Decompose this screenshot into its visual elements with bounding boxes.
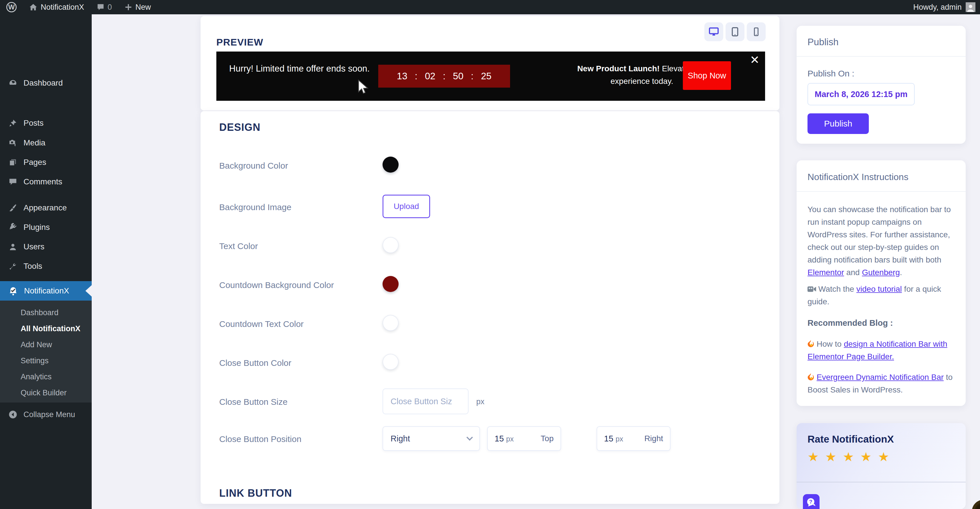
instructions-text: How to	[817, 339, 844, 349]
sidebar-item-plugins[interactable]: Plugins	[0, 217, 92, 237]
sidebar-item-users[interactable]: Users	[0, 237, 92, 257]
recommended-blog-heading: Recommended Blog :	[808, 318, 893, 328]
rate-title: Rate NotificationX	[808, 433, 894, 445]
sidebar-item-tools[interactable]: Tools	[0, 257, 92, 276]
help-button[interactable]: ?	[803, 494, 819, 509]
close-position-select[interactable]: Right	[383, 426, 480, 451]
collapse-menu-button[interactable]: Collapse Menu	[0, 406, 92, 423]
background-image-label: Background Image	[219, 202, 291, 212]
collapse-label: Collapse Menu	[24, 410, 75, 419]
pushpin-icon	[9, 119, 17, 127]
camera-icon	[9, 138, 17, 147]
collapse-arrow-icon	[9, 410, 17, 419]
wrench-icon	[9, 262, 17, 271]
upload-button[interactable]: Upload	[383, 195, 430, 218]
video-tutorial-line: Watch the video tutorial for a quick gui…	[808, 283, 955, 308]
comments-icon	[9, 178, 17, 186]
notification-close-button[interactable]: ✕	[750, 53, 760, 67]
sidebar-item-media[interactable]: Media	[0, 133, 92, 152]
top-side-label: Top	[541, 434, 554, 443]
submenu-item-analytics[interactable]: Analytics	[0, 369, 92, 385]
close-button-size-input[interactable]	[383, 388, 469, 414]
background-color-swatch[interactable]	[383, 157, 399, 173]
blog-link-2: Evergreen Dynamic Notification Bar to Bo…	[808, 371, 955, 396]
brush-icon	[9, 203, 17, 212]
floating-widget[interactable]	[972, 500, 980, 509]
sidebar-item-dashboard[interactable]: Dashboard	[0, 73, 92, 93]
chevron-down-icon	[466, 434, 473, 441]
text-color-label: Text Color	[219, 241, 258, 251]
close-button-color-swatch[interactable]	[383, 354, 399, 370]
sidebar-item-appearance[interactable]: Appearance	[0, 198, 92, 217]
star-icon[interactable]: ★	[825, 450, 842, 464]
countdown-separator: :	[471, 71, 473, 82]
submenu-item-dashboard[interactable]: Dashboard	[0, 304, 92, 320]
countdown-minutes: 50	[453, 71, 464, 82]
right-offset-value: 15	[604, 434, 613, 443]
mouse-cursor	[357, 79, 370, 95]
preview-card: PREVIEW Hurry! Limited time offer ends s…	[200, 16, 780, 111]
submenu-item-all-notificationx[interactable]: All NotificationX	[0, 320, 92, 337]
instructions-text: Watch the	[818, 285, 856, 293]
sidebar-item-label: Pages	[24, 158, 46, 167]
publish-on-label: Publish On :	[808, 69, 854, 78]
close-position-top-field[interactable]: 15 px Top	[487, 426, 561, 451]
submenu-item-settings[interactable]: Settings	[0, 353, 92, 369]
new-content-button[interactable]: New	[118, 0, 158, 14]
sidebar-item-notificationx[interactable]: NotificationX	[0, 281, 92, 301]
mobile-icon	[751, 27, 761, 36]
countdown-background-color-swatch[interactable]	[383, 276, 399, 292]
admin-bar: W NotificationX 0 New Howdy, admin	[0, 0, 980, 14]
wordpress-logo-button[interactable]: W	[0, 0, 23, 14]
sidebar-item-label: Appearance	[24, 203, 67, 212]
countdown-days: 13	[397, 71, 407, 82]
sidebar-item-label: NotificationX	[24, 286, 69, 295]
countdown-seconds: 25	[481, 71, 492, 82]
submenu-label: Analytics	[21, 373, 52, 381]
comment-bubble-icon	[97, 3, 104, 11]
sidebar-item-label: Dashboard	[24, 78, 63, 87]
submenu-item-add-new[interactable]: Add New	[0, 337, 92, 353]
preview-desktop-button[interactable]	[704, 22, 723, 41]
gutenberg-link[interactable]: Gutenberg	[862, 268, 900, 277]
sidebar-item-label: Plugins	[24, 223, 50, 232]
fire-icon	[808, 373, 815, 381]
evergreen-blog-link[interactable]: Evergreen Dynamic Notification Bar	[817, 373, 944, 382]
star-icon[interactable]: ★	[808, 450, 825, 464]
fire-icon	[808, 340, 815, 348]
sidebar-item-comments[interactable]: Comments	[0, 172, 92, 192]
star-icon[interactable]: ★	[843, 450, 860, 464]
submenu-label: Settings	[21, 357, 49, 365]
tablet-icon	[730, 26, 740, 37]
publish-button[interactable]: Publish	[808, 113, 869, 134]
countdown-text-color-swatch[interactable]	[383, 315, 399, 331]
submenu-item-quick-builder[interactable]: Quick Builder	[0, 385, 92, 401]
star-icon[interactable]: ★	[878, 450, 896, 464]
design-title: DESIGN	[219, 121, 261, 133]
sidebar-item-label: Comments	[24, 177, 62, 186]
countdown-timer: 13 : 02 : 50 : 25	[378, 65, 510, 87]
preview-tablet-button[interactable]	[725, 22, 745, 41]
publish-date-button[interactable]: March 8, 2026 12:15 pm	[808, 83, 915, 105]
preview-mobile-button[interactable]	[747, 22, 766, 41]
instructions-card: NotificationX Instructions You can showc…	[797, 160, 966, 406]
howdy-text: Howdy, admin	[913, 3, 962, 12]
sidebar-item-pages[interactable]: Pages	[0, 152, 92, 172]
elementor-link[interactable]: Elementor	[808, 268, 844, 277]
site-link[interactable]: NotificationX	[23, 0, 91, 14]
desktop-icon	[708, 26, 719, 38]
person-icon	[966, 3, 975, 12]
divider	[797, 56, 966, 57]
star-icon[interactable]: ★	[860, 450, 878, 464]
sidebar-item-label: Users	[24, 242, 45, 251]
shop-now-button[interactable]: Shop Now	[683, 61, 731, 90]
comments-admin-button[interactable]: 0	[91, 0, 118, 14]
text-color-swatch[interactable]	[383, 237, 399, 253]
wordpress-logo-icon: W	[6, 2, 17, 12]
sidebar-item-posts[interactable]: Posts	[0, 113, 92, 133]
admin-bar-account[interactable]: Howdy, admin	[913, 0, 975, 14]
close-position-right-field[interactable]: 15 px Right	[597, 426, 671, 451]
submenu-label: Dashboard	[21, 308, 59, 317]
design-card: DESIGN Background Color Background Image…	[200, 111, 780, 504]
video-tutorial-link[interactable]: video tutorial	[856, 285, 902, 293]
